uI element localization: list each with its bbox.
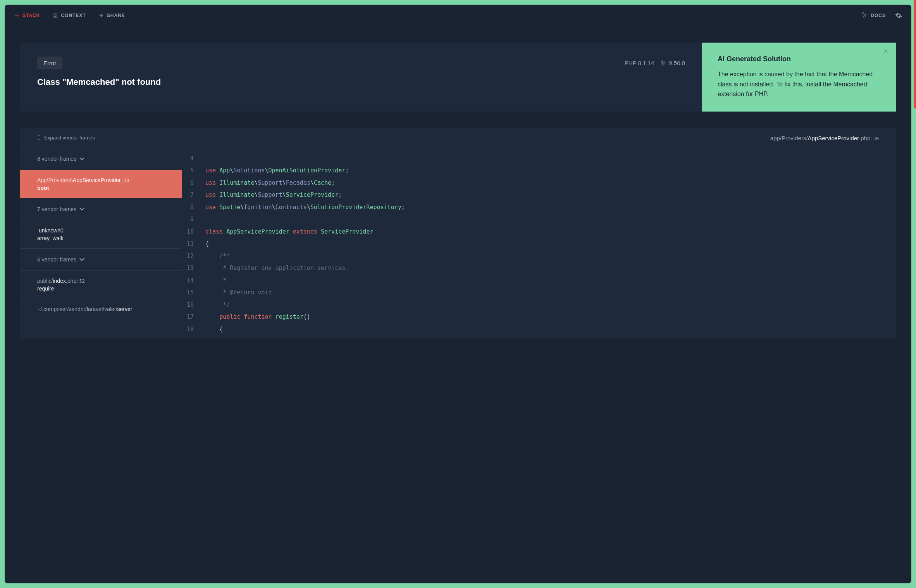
- line-number: 10: [182, 226, 205, 238]
- active-frame[interactable]: App\Providers\AppServiceProvider:30 boot: [20, 170, 182, 198]
- line-number: 14: [182, 275, 205, 287]
- code-line: 7use Illuminate\Support\ServiceProvider;: [182, 189, 896, 201]
- frames-panel: Expand vendor frames 8 vendor frames App…: [20, 128, 182, 340]
- vendor-frames-label: 7 vendor frames: [37, 206, 76, 212]
- content-area: PHP 8.1.14 9.50.0 Error Class "Memcached…: [5, 26, 911, 583]
- line-content: use Spatie\Ignition\Contracts\SolutionPr…: [205, 201, 896, 214]
- line-content: use Illuminate\Support\Facades\Cache;: [205, 177, 896, 189]
- frame-path: ~/.composer/vendor/laravel/valet/server: [37, 306, 165, 312]
- close-icon: [883, 49, 888, 53]
- ai-solution-body: The exception is caused by the fact that…: [718, 69, 880, 99]
- tab-stack[interactable]: STACK: [14, 13, 40, 18]
- laravel-icon: [861, 12, 868, 19]
- share-icon: [98, 13, 104, 18]
- stack-icon: [14, 13, 19, 18]
- line-number: 8: [182, 201, 205, 214]
- ai-solution-panel: AI Generated Solution The exception is c…: [702, 43, 896, 112]
- line-number: 9: [182, 213, 205, 226]
- vendor-frames-label: 6 vendor frames: [37, 256, 76, 263]
- chevron-down-icon: [80, 156, 84, 162]
- line-number: 6: [182, 177, 205, 189]
- docs-label: DOCS: [871, 13, 886, 18]
- code-line: 12 /**: [182, 250, 896, 263]
- chevron-down-icon: [80, 256, 84, 263]
- line-content: use Illuminate\Support\ServiceProvider;: [205, 189, 896, 201]
- nav-left: STACK CONTEXT SHARE: [14, 13, 125, 18]
- error-details: PHP 8.1.14 9.50.0 Error Class "Memcached…: [20, 43, 702, 112]
- code-line: 13 * Register any application services.: [182, 262, 896, 275]
- code-line: 16 */: [182, 299, 896, 311]
- error-badge: Error: [37, 57, 62, 69]
- error-title: Class "Memcached" not found: [37, 77, 685, 87]
- line-number: 12: [182, 250, 205, 263]
- frame-entry[interactable]: .unknown0 array_walk: [20, 220, 182, 249]
- code-line: 17 public function register(): [182, 311, 896, 323]
- expand-icon: [37, 136, 40, 140]
- code-line: 10class AppServiceProvider extends Servi…: [182, 226, 896, 238]
- line-content: [205, 213, 896, 226]
- gear-icon: [895, 12, 902, 19]
- line-number: 5: [182, 165, 205, 177]
- frame-path: App\Providers\AppServiceProvider:30: [37, 177, 165, 183]
- docs-link[interactable]: DOCS: [861, 12, 886, 19]
- line-content: class AppServiceProvider extends Service…: [205, 226, 896, 238]
- laravel-version: 9.50.0: [669, 60, 685, 66]
- line-content: {: [205, 238, 896, 250]
- code-line: 4: [182, 153, 896, 165]
- line-content: use App\Solutions\OpenAiSolutionProvider…: [205, 165, 896, 177]
- line-number: 18: [182, 323, 205, 336]
- frame-method: array_walk: [37, 235, 165, 241]
- line-content: /**: [205, 250, 896, 263]
- code-panel: app/Providers/AppServiceProvider.php:30 …: [182, 128, 896, 340]
- tab-context[interactable]: CONTEXT: [52, 13, 86, 18]
- laravel-icon: [660, 60, 666, 66]
- line-content: public function register(): [205, 311, 896, 323]
- code-line: 11{: [182, 238, 896, 250]
- tab-share-label: SHARE: [107, 13, 125, 18]
- code-line: 15 * @return void: [182, 287, 896, 299]
- vendor-frames-group[interactable]: 8 vendor frames: [20, 148, 182, 170]
- line-number: 7: [182, 189, 205, 201]
- line-number: 11: [182, 238, 205, 250]
- context-icon: [52, 13, 58, 18]
- error-meta: PHP 8.1.14 9.50.0: [625, 60, 685, 66]
- expand-label: Expand vendor frames: [44, 135, 95, 141]
- nav-right: DOCS: [861, 12, 902, 19]
- tab-context-label: CONTEXT: [61, 13, 86, 18]
- vendor-frames-label: 8 vendor frames: [37, 156, 76, 162]
- expand-vendor-frames-button[interactable]: Expand vendor frames: [20, 128, 182, 148]
- line-number: 16: [182, 299, 205, 311]
- ai-solution-title: AI Generated Solution: [718, 55, 880, 63]
- line-number: 15: [182, 287, 205, 299]
- line-number: 13: [182, 262, 205, 275]
- line-content: */: [205, 299, 896, 311]
- code-line: 18 {: [182, 323, 896, 336]
- frame-method: require: [37, 285, 165, 292]
- line-content: * @return void: [205, 287, 896, 299]
- code-file-path: app/Providers/AppServiceProvider.php:30: [182, 128, 896, 149]
- stack-section: Expand vendor frames 8 vendor frames App…: [20, 128, 896, 340]
- code-line: 6use Illuminate\Support\Facades\Cache;: [182, 177, 896, 189]
- line-number: 17: [182, 311, 205, 323]
- error-section: PHP 8.1.14 9.50.0 Error Class "Memcached…: [20, 43, 896, 112]
- php-version: PHP 8.1.14: [625, 60, 654, 66]
- close-button[interactable]: [883, 49, 888, 53]
- frame-method: boot: [37, 185, 165, 191]
- error-page-window: STACK CONTEXT SHARE DOCS: [5, 5, 911, 583]
- line-content: *: [205, 275, 896, 287]
- tab-stack-label: STACK: [22, 13, 40, 18]
- vendor-frames-group[interactable]: 7 vendor frames: [20, 198, 182, 220]
- chevron-down-icon: [80, 206, 84, 212]
- frame-path: public/index.php:52: [37, 278, 165, 284]
- line-number: 4: [182, 153, 205, 165]
- vendor-frames-group[interactable]: 6 vendor frames: [20, 249, 182, 271]
- frame-entry[interactable]: ~/.composer/vendor/laravel/valet/server: [20, 299, 182, 321]
- settings-button[interactable]: [895, 12, 902, 19]
- code-line: 9: [182, 213, 896, 226]
- line-content: * Register any application services.: [205, 262, 896, 275]
- frame-path: .unknown0: [37, 227, 165, 234]
- code-block: 45use App\Solutions\OpenAiSolutionProvid…: [182, 149, 896, 340]
- code-line: 5use App\Solutions\OpenAiSolutionProvide…: [182, 165, 896, 177]
- frame-entry[interactable]: public/index.php:52 require: [20, 271, 182, 299]
- tab-share[interactable]: SHARE: [98, 13, 125, 18]
